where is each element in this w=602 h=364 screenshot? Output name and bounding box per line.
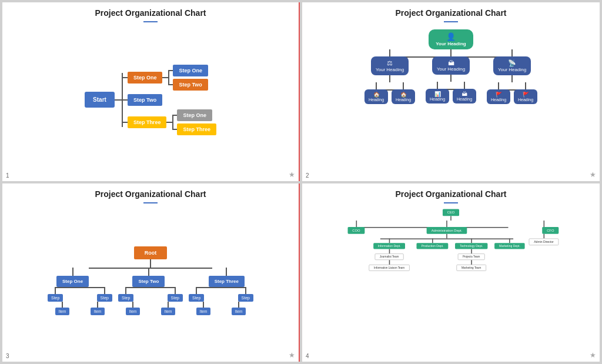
s4-projects: Projects Team (457, 253, 485, 260)
fc-sub-box-1a: Step One (173, 65, 208, 76)
s2-mid-box-2: 🏔 Your Heading (432, 56, 470, 75)
org3-l3-6: Step (238, 294, 253, 302)
slide-4-content: CEO COO Administration Dept. (308, 208, 594, 354)
org3-root: Root (134, 246, 168, 259)
s2-bot-node-3: 📊 Heading (426, 89, 449, 103)
fc-step-3: Step Three Step One Step Three (122, 109, 216, 135)
org3-tree: Root Step One Step Two Step Three (8, 246, 293, 315)
s2-bottom-row-3: 🚩 Heading 🚩 Heading (487, 89, 537, 104)
slide-4-title: Project Organizational Chart (308, 189, 594, 199)
s2-mid-label-2: Your Heading (437, 66, 465, 72)
s2-bot-node-5: 🚩 Heading (487, 89, 510, 104)
slide-1-title-underline (143, 21, 158, 22)
s4-tech: Technology Dept. (455, 243, 487, 249)
slide-1-title: Project Organizational Chart (8, 8, 293, 18)
s2-bot-label-4: Heading (457, 97, 472, 101)
fc-start-box: Start (85, 92, 115, 108)
s2-bot-label-6: Heading (518, 98, 533, 102)
s4-admin-dir: Admin Director (529, 238, 559, 245)
org3-l4-2: Item (91, 308, 105, 315)
slide-2-number: 2 (306, 172, 309, 179)
slide-3-title-underline (143, 202, 158, 203)
s2-bottom-row-1: 🏠 Heading 🏠 Heading (364, 89, 415, 104)
s2-bot-label-3: Heading (430, 97, 445, 101)
s4-prod: Production Dept. (417, 243, 448, 249)
s2-mid-node-2: 🏔 Your Heading 📊 Heading 🏔 Headi (426, 56, 476, 104)
slide-2-title-underline (444, 21, 458, 22)
slide-2-tree: 👤 Your Heading ⚖ Your Heading 🏠 Heading (308, 27, 594, 181)
s2-bot-label-5: Heading (491, 98, 506, 102)
fc-main-line (115, 99, 122, 101)
s2-root-label: Your Heading (436, 41, 466, 46)
slide-3-title: Project Organizational Chart (8, 189, 293, 199)
org3-l2-node-1: Step One (56, 276, 89, 287)
fc-box-step-two: Step Two (128, 94, 162, 106)
s2-mid-label-1: Your Heading (376, 67, 404, 72)
slide-2-star: ★ (590, 171, 596, 179)
s2-bottom-row-2: 📊 Heading 🏔 Heading (426, 89, 476, 103)
org3-l3-2: Step (97, 294, 112, 302)
fc-sub-box-1b: Step Two (173, 79, 208, 91)
slide-3-number: 3 (6, 353, 9, 359)
s2-bot-label-1: Heading (369, 98, 384, 102)
s2-mid-node-1: ⚖ Your Heading 🏠 Heading 🏠 Headin (364, 56, 415, 104)
fc-box-step-one: Step One (128, 72, 163, 84)
org3-l4-4: Item (161, 308, 176, 315)
slide-2-title: Project Organizational Chart (308, 8, 594, 18)
s2-root-box: 👤 Your Heading (429, 29, 473, 49)
s2-bot-node-4: 🏔 Heading (453, 89, 476, 103)
slide-4-title-underline (444, 202, 458, 203)
s2-mid-node-3: 📡 Your Heading 🚩 Heading 🚩 Headi (487, 56, 537, 104)
s4-mkt: Marketing Dept. (494, 243, 524, 249)
org3-l4-1: Item (55, 308, 70, 315)
org3-l4-3: Item (126, 308, 141, 315)
org3-l3-5: Step (189, 294, 204, 302)
s2-root-row: 👤 Your Heading (429, 29, 473, 49)
s4-info: Information Dept. (373, 243, 405, 249)
s4-info-liaison: Information Liaison Team (369, 264, 409, 271)
s4-cfo: CFO (542, 226, 558, 233)
s4-tree: CEO COO Administration Dept. (339, 208, 562, 322)
slide-1-content: Start Step One Step One (8, 27, 293, 173)
s4-mkt-team: Marketing Team (457, 264, 486, 271)
flowchart: Start Step One Step One (85, 65, 216, 135)
s2-bot-label-2: Heading (396, 98, 411, 102)
slide-3-star: ★ (289, 351, 295, 359)
fc-box-step-three: Step Three (128, 116, 167, 128)
s4-coo: COO (348, 226, 365, 233)
fc-sub-box-3a: Step One (177, 109, 212, 121)
slide-3: Project Organizational Chart Root Step O… (2, 183, 300, 362)
s2-mid-label-3: Your Heading (498, 67, 526, 72)
fc-sub-box-3b: Step Three (177, 123, 216, 135)
s2-bot-node-6: 🚩 Heading (514, 89, 537, 104)
fc-step-2: Step Two (122, 94, 216, 106)
slide-4-number: 4 (306, 353, 309, 359)
s2-mid-row: ⚖ Your Heading 🏠 Heading 🏠 Headin (364, 56, 537, 104)
org3-l3-4: Step (168, 294, 183, 302)
fc-step-1: Step One Step One Step Two (122, 65, 216, 91)
slide-4-star: ★ (590, 351, 596, 359)
slide-4: Project Organizational Chart CEO COO (302, 183, 600, 362)
org3-l3-1: Step (48, 294, 63, 302)
s2-bot-node-2: 🏠 Heading (392, 89, 415, 104)
org3-l4-5: Item (196, 308, 211, 315)
slide-1-number: 1 (6, 172, 9, 179)
s4-ceo: CEO (443, 209, 459, 216)
s2-mid-box-3: 📡 Your Heading (493, 56, 531, 75)
s2-mid-box-1: ⚖ Your Heading (371, 56, 409, 75)
org3-l2-node-2: Step Two (132, 276, 165, 287)
slide-3-content: Root Step One Step Two Step Three (8, 208, 293, 354)
slide-1: Project Organizational Chart Start Step … (2, 2, 300, 181)
s4-journalist: Journalist Team (374, 253, 404, 260)
s4-admin: Administration Dept. (427, 226, 467, 233)
org3-l4-6: Item (232, 308, 246, 315)
org3-l3-3: Step (118, 294, 133, 302)
slide-2: Project Organizational Chart 👤 Your Head… (302, 2, 600, 181)
org3-l2-node-3: Step Three (209, 276, 245, 287)
slide-1-star: ★ (289, 171, 295, 179)
s2-bot-node-1: 🏠 Heading (364, 89, 388, 104)
